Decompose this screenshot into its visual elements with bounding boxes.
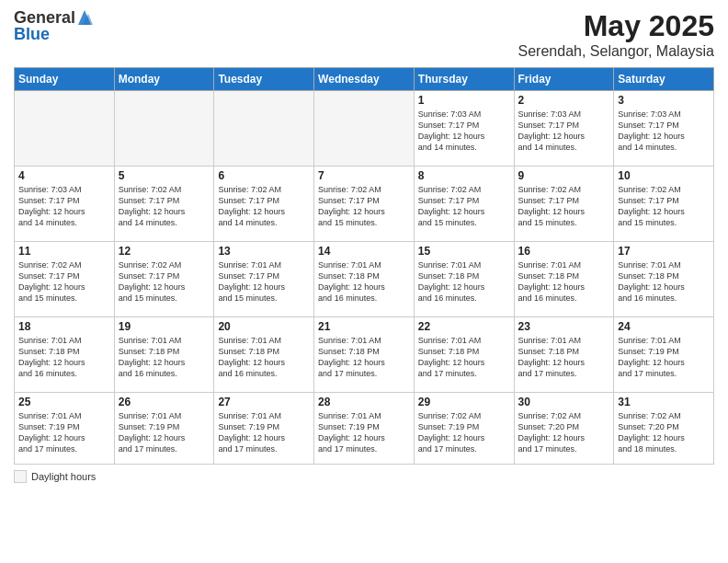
day-info: Sunrise: 7:01 AM Sunset: 7:18 PM Dayligh… (119, 335, 210, 380)
calendar-week-row: 25Sunrise: 7:01 AM Sunset: 7:19 PM Dayli… (15, 393, 714, 465)
calendar-cell: 10Sunrise: 7:02 AM Sunset: 7:17 PM Dayli… (614, 167, 714, 242)
day-number: 1 (418, 94, 510, 107)
day-number: 2 (518, 94, 610, 107)
calendar-cell: 9Sunrise: 7:02 AM Sunset: 7:17 PM Daylig… (514, 167, 614, 242)
legend-label: Daylight hours (31, 471, 96, 482)
weekday-header-monday: Monday (114, 68, 214, 91)
day-info: Sunrise: 7:01 AM Sunset: 7:19 PM Dayligh… (318, 410, 410, 455)
day-info: Sunrise: 7:01 AM Sunset: 7:18 PM Dayligh… (218, 335, 310, 380)
day-info: Sunrise: 7:01 AM Sunset: 7:19 PM Dayligh… (618, 335, 710, 380)
calendar-cell (15, 91, 115, 167)
day-number: 8 (418, 169, 510, 182)
calendar-cell: 16Sunrise: 7:01 AM Sunset: 7:18 PM Dayli… (514, 242, 614, 317)
weekday-header-friday: Friday (514, 68, 614, 91)
weekday-header-wednesday: Wednesday (314, 68, 415, 91)
header: General Blue May 2025 Serendah, Selangor… (14, 9, 714, 60)
day-number: 18 (18, 320, 110, 333)
day-number: 28 (318, 396, 410, 408)
calendar-subtitle: Serendah, Selangor, Malaysia (518, 43, 714, 60)
day-number: 13 (218, 245, 310, 258)
page: General Blue May 2025 Serendah, Selangor… (0, 0, 728, 563)
day-number: 19 (119, 320, 210, 333)
day-number: 29 (418, 396, 510, 408)
day-number: 3 (618, 94, 710, 107)
calendar-cell: 21Sunrise: 7:01 AM Sunset: 7:18 PM Dayli… (314, 317, 415, 393)
day-info: Sunrise: 7:01 AM Sunset: 7:17 PM Dayligh… (218, 259, 310, 304)
calendar-cell: 31Sunrise: 7:02 AM Sunset: 7:20 PM Dayli… (614, 393, 714, 465)
calendar-cell: 11Sunrise: 7:02 AM Sunset: 7:17 PM Dayli… (15, 242, 115, 317)
calendar-cell: 12Sunrise: 7:02 AM Sunset: 7:17 PM Dayli… (114, 242, 214, 317)
day-info: Sunrise: 7:01 AM Sunset: 7:19 PM Dayligh… (18, 410, 110, 455)
day-info: Sunrise: 7:01 AM Sunset: 7:18 PM Dayligh… (518, 335, 610, 380)
calendar-cell: 17Sunrise: 7:01 AM Sunset: 7:18 PM Dayli… (614, 242, 714, 317)
calendar-week-row: 11Sunrise: 7:02 AM Sunset: 7:17 PM Dayli… (15, 242, 714, 317)
day-info: Sunrise: 7:02 AM Sunset: 7:17 PM Dayligh… (18, 259, 110, 304)
day-number: 10 (618, 169, 710, 182)
calendar-cell: 2Sunrise: 7:03 AM Sunset: 7:17 PM Daylig… (514, 91, 614, 167)
legend-box (14, 470, 27, 483)
calendar-cell: 29Sunrise: 7:02 AM Sunset: 7:19 PM Dayli… (414, 393, 514, 465)
weekday-header-saturday: Saturday (614, 68, 714, 91)
day-info: Sunrise: 7:02 AM Sunset: 7:17 PM Dayligh… (318, 184, 410, 229)
title-block: May 2025 Serendah, Selangor, Malaysia (518, 9, 714, 60)
day-info: Sunrise: 7:01 AM Sunset: 7:18 PM Dayligh… (618, 259, 710, 304)
day-number: 7 (318, 169, 410, 182)
logo: General Blue (14, 9, 93, 44)
calendar-week-row: 18Sunrise: 7:01 AM Sunset: 7:18 PM Dayli… (15, 317, 714, 393)
calendar-cell: 25Sunrise: 7:01 AM Sunset: 7:19 PM Dayli… (15, 393, 115, 465)
day-number: 16 (518, 245, 610, 258)
day-info: Sunrise: 7:01 AM Sunset: 7:18 PM Dayligh… (318, 335, 410, 380)
calendar-cell: 8Sunrise: 7:02 AM Sunset: 7:17 PM Daylig… (414, 167, 514, 242)
day-number: 26 (119, 396, 210, 408)
day-number: 5 (119, 169, 210, 182)
calendar-cell: 20Sunrise: 7:01 AM Sunset: 7:18 PM Dayli… (214, 317, 314, 393)
day-info: Sunrise: 7:03 AM Sunset: 7:17 PM Dayligh… (418, 109, 510, 154)
logo-icon (76, 8, 93, 27)
calendar-cell: 5Sunrise: 7:02 AM Sunset: 7:17 PM Daylig… (114, 167, 214, 242)
day-info: Sunrise: 7:02 AM Sunset: 7:20 PM Dayligh… (618, 410, 710, 455)
day-info: Sunrise: 7:02 AM Sunset: 7:17 PM Dayligh… (218, 184, 310, 229)
day-number: 20 (218, 320, 310, 333)
day-number: 30 (518, 396, 610, 408)
day-info: Sunrise: 7:01 AM Sunset: 7:19 PM Dayligh… (218, 410, 310, 455)
day-info: Sunrise: 7:02 AM Sunset: 7:20 PM Dayligh… (518, 410, 610, 455)
calendar-cell: 13Sunrise: 7:01 AM Sunset: 7:17 PM Dayli… (214, 242, 314, 317)
day-info: Sunrise: 7:01 AM Sunset: 7:18 PM Dayligh… (318, 259, 410, 304)
day-info: Sunrise: 7:02 AM Sunset: 7:17 PM Dayligh… (119, 259, 210, 304)
day-number: 23 (518, 320, 610, 333)
day-number: 9 (518, 169, 610, 182)
calendar-cell: 19Sunrise: 7:01 AM Sunset: 7:18 PM Dayli… (114, 317, 214, 393)
legend: Daylight hours (14, 470, 714, 483)
day-number: 27 (218, 396, 310, 408)
calendar-cell: 24Sunrise: 7:01 AM Sunset: 7:19 PM Dayli… (614, 317, 714, 393)
day-info: Sunrise: 7:03 AM Sunset: 7:17 PM Dayligh… (618, 109, 710, 154)
calendar-title: May 2025 (518, 9, 714, 43)
day-number: 12 (119, 245, 210, 258)
calendar-cell (114, 91, 214, 167)
calendar-cell: 23Sunrise: 7:01 AM Sunset: 7:18 PM Dayli… (514, 317, 614, 393)
day-info: Sunrise: 7:01 AM Sunset: 7:18 PM Dayligh… (18, 335, 110, 380)
calendar-cell: 1Sunrise: 7:03 AM Sunset: 7:17 PM Daylig… (414, 91, 514, 167)
weekday-header-thursday: Thursday (414, 68, 514, 91)
logo-blue-text: Blue (14, 26, 93, 44)
calendar-cell: 6Sunrise: 7:02 AM Sunset: 7:17 PM Daylig… (214, 167, 314, 242)
day-info: Sunrise: 7:02 AM Sunset: 7:17 PM Dayligh… (618, 184, 710, 229)
calendar-cell: 30Sunrise: 7:02 AM Sunset: 7:20 PM Dayli… (514, 393, 614, 465)
day-info: Sunrise: 7:02 AM Sunset: 7:17 PM Dayligh… (518, 184, 610, 229)
calendar-week-row: 4Sunrise: 7:03 AM Sunset: 7:17 PM Daylig… (15, 167, 714, 242)
day-number: 31 (618, 396, 710, 408)
day-number: 17 (618, 245, 710, 258)
day-info: Sunrise: 7:03 AM Sunset: 7:17 PM Dayligh… (518, 109, 610, 154)
day-number: 25 (18, 396, 110, 408)
day-info: Sunrise: 7:01 AM Sunset: 7:19 PM Dayligh… (119, 410, 210, 455)
day-info: Sunrise: 7:01 AM Sunset: 7:18 PM Dayligh… (418, 335, 510, 380)
day-number: 21 (318, 320, 410, 333)
calendar-cell (214, 91, 314, 167)
day-number: 14 (318, 245, 410, 258)
weekday-header-tuesday: Tuesday (214, 68, 314, 91)
calendar-cell: 26Sunrise: 7:01 AM Sunset: 7:19 PM Dayli… (114, 393, 214, 465)
calendar-cell: 14Sunrise: 7:01 AM Sunset: 7:18 PM Dayli… (314, 242, 415, 317)
day-number: 15 (418, 245, 510, 258)
day-info: Sunrise: 7:02 AM Sunset: 7:17 PM Dayligh… (119, 184, 210, 229)
day-info: Sunrise: 7:03 AM Sunset: 7:17 PM Dayligh… (18, 184, 110, 229)
